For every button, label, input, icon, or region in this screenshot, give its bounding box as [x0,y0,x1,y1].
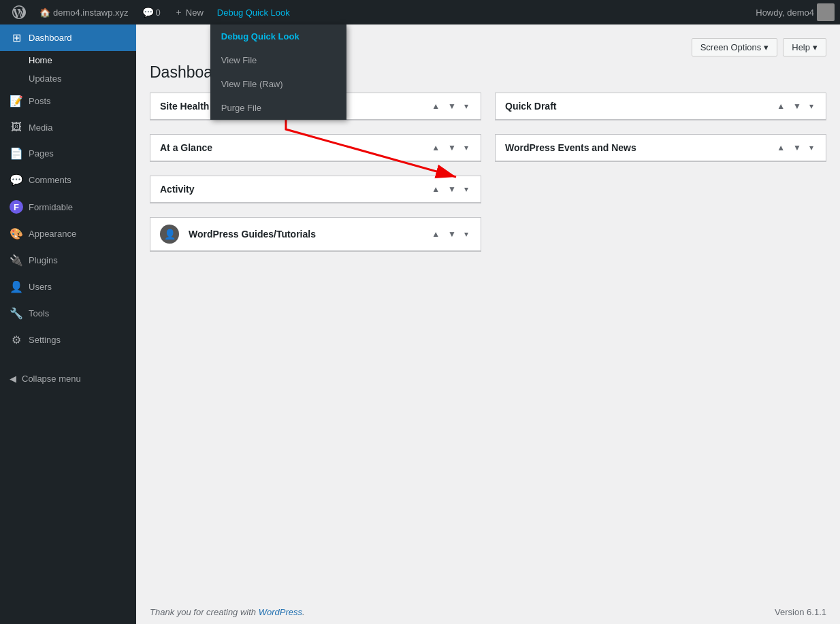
comments-button[interactable]: 💬 0 [135,0,167,24]
sidebar-pages-label: Pages [29,148,54,159]
formidable-icon: F [10,200,23,214]
sidebar-users-label: Users [29,282,52,292]
wp-events-widget: WordPress Events and News ▲ ▼ ▾ [495,134,826,162]
wp-guides-title: WordPress Guides/Tutorials [189,229,316,240]
site-name-label: demo4.instawp.xyz [53,7,129,18]
right-column: Quick Draft ▲ ▼ ▾ [495,93,826,265]
sidebar-tools-label: Tools [29,308,49,318]
users-icon: 👤 [10,280,23,293]
sidebar-formidable-label: Formidable [29,202,73,212]
sidebar: ⊞ Dashboard Home Updates 📝 Posts 🖼 Media… [0,24,136,624]
help-chevron: ▾ [813,42,818,52]
at-a-glance-toggle-btn[interactable]: ▾ [462,142,471,154]
wordpress-link[interactable]: WordPress [259,607,302,617]
new-content-button[interactable]: ＋ New [167,0,210,24]
at-a-glance-up-btn[interactable]: ▲ [429,142,442,154]
sidebar-media-label: Media [29,122,52,133]
comment-icon: 💬 [142,7,154,18]
help-button[interactable]: Help ▾ [783,38,826,56]
user-avatar[interactable] [817,3,835,21]
activity-controls: ▲ ▼ ▾ [429,183,471,195]
wp-guides-header[interactable]: 👤 WordPress Guides/Tutorials ▲ ▼ ▾ [150,218,481,251]
purge-file-item[interactable]: Purge File [210,96,346,120]
wp-guides-toggle-btn[interactable]: ▾ [462,228,471,240]
wp-guides-controls: ▲ ▼ ▾ [429,228,471,240]
at-a-glance-controls: ▲ ▼ ▾ [429,142,471,154]
sidebar-sub-home[interactable]: Home [0,51,136,69]
view-file-item[interactable]: View File [210,48,346,72]
sidebar-item-dashboard[interactable]: ⊞ Dashboard [0,24,136,51]
collapse-menu-label: Collapse menu [22,374,81,384]
footer-thank-you: Thank you for creating with WordPress. [150,607,305,617]
activity-title: Activity [160,184,195,195]
debug-quicklook-label: Debug Quick Look [217,7,290,18]
appearance-icon: 🎨 [10,227,23,240]
wp-events-title: WordPress Events and News [505,142,636,153]
sidebar-settings-label: Settings [29,335,61,345]
site-name-button[interactable]: 🏠 demo4.instawp.xyz [33,0,135,24]
help-label: Help [792,42,810,52]
quick-draft-title: Quick Draft [505,101,556,112]
comment-count: 0 [156,7,161,18]
sidebar-item-users[interactable]: 👤 Users [0,274,136,300]
screen-options-chevron: ▾ [764,42,769,52]
activity-widget: Activity ▲ ▼ ▾ [150,176,481,203]
at-a-glance-title: At a Glance [160,142,212,153]
admin-bar: 🏠 demo4.instawp.xyz 💬 0 ＋ New Debug Quic… [0,0,840,24]
new-label: New [186,7,204,18]
sidebar-item-posts[interactable]: 📝 Posts [0,88,136,114]
sidebar-item-comments[interactable]: 💬 Comments [0,167,136,193]
posts-icon: 📝 [10,95,23,108]
adminbar-right: Howdy, demo4 [756,3,835,21]
home-icon: 🏠 [39,7,50,18]
pages-icon: 📄 [10,147,23,160]
footer: Thank you for creating with WordPress. V… [136,600,840,624]
collapse-icon: ◀ [10,374,16,384]
wp-events-up-btn[interactable]: ▲ [774,142,788,154]
site-health-toggle-btn[interactable]: ▾ [462,100,471,112]
at-a-glance-header[interactable]: At a Glance ▲ ▼ ▾ [150,135,481,161]
sidebar-item-plugins[interactable]: 🔌 Plugins [0,247,136,274]
collapse-menu-button[interactable]: ◀ Collapse menu [0,367,136,391]
wp-events-header[interactable]: WordPress Events and News ▲ ▼ ▾ [496,135,826,161]
site-health-up-btn[interactable]: ▲ [429,100,442,112]
sidebar-posts-label: Posts [29,96,51,106]
activity-up-btn[interactable]: ▲ [429,183,442,195]
at-a-glance-down-btn[interactable]: ▼ [445,142,459,154]
debug-dropdown-menu: Debug Quick Look View File View File (Ra… [210,24,346,120]
howdy-text: Howdy, demo4 [756,7,814,18]
activity-toggle-btn[interactable]: ▾ [462,183,471,195]
wp-events-down-btn[interactable]: ▼ [790,142,804,154]
screen-options-button[interactable]: Screen Options ▾ [692,38,778,56]
quick-draft-toggle-btn[interactable]: ▾ [807,100,816,112]
settings-icon: ⚙ [10,333,23,346]
activity-header[interactable]: Activity ▲ ▼ ▾ [150,176,481,203]
activity-down-btn[interactable]: ▼ [445,183,459,195]
sidebar-item-tools[interactable]: 🔧 Tools [0,300,136,327]
sidebar-item-formidable[interactable]: F Formidable [0,193,136,220]
quick-draft-header[interactable]: Quick Draft ▲ ▼ ▾ [496,93,826,120]
sidebar-dashboard-label: Dashboard [29,33,72,43]
sidebar-item-settings[interactable]: ⚙ Settings [0,327,136,353]
sidebar-plugins-label: Plugins [29,255,58,265]
sidebar-item-pages[interactable]: 📄 Pages [0,140,136,167]
wp-guides-down-btn[interactable]: ▼ [445,228,459,240]
quick-draft-up-btn[interactable]: ▲ [774,100,788,112]
wp-guides-up-btn[interactable]: ▲ [429,228,442,240]
sidebar-sub-updates[interactable]: Updates [0,69,136,88]
debug-quicklook-button[interactable]: Debug Quick Look Debug Quick Look View F… [210,0,297,24]
wp-logo-button[interactable] [5,0,33,24]
version-text: Version 6.1.1 [775,607,826,617]
plugins-icon: 🔌 [10,254,23,267]
dashboard-icon: ⊞ [10,31,23,44]
site-health-down-btn[interactable]: ▼ [445,100,459,112]
wp-events-toggle-btn[interactable]: ▾ [807,142,816,154]
at-a-glance-widget: At a Glance ▲ ▼ ▾ [150,134,481,162]
tools-icon: 🔧 [10,307,23,320]
view-file-raw-item[interactable]: View File (Raw) [210,72,346,96]
debug-dropdown-title[interactable]: Debug Quick Look [210,24,346,48]
sidebar-item-appearance[interactable]: 🎨 Appearance [0,220,136,247]
sidebar-item-media[interactable]: 🖼 Media [0,114,136,140]
quick-draft-down-btn[interactable]: ▼ [790,100,804,112]
quick-draft-controls: ▲ ▼ ▾ [774,100,816,112]
